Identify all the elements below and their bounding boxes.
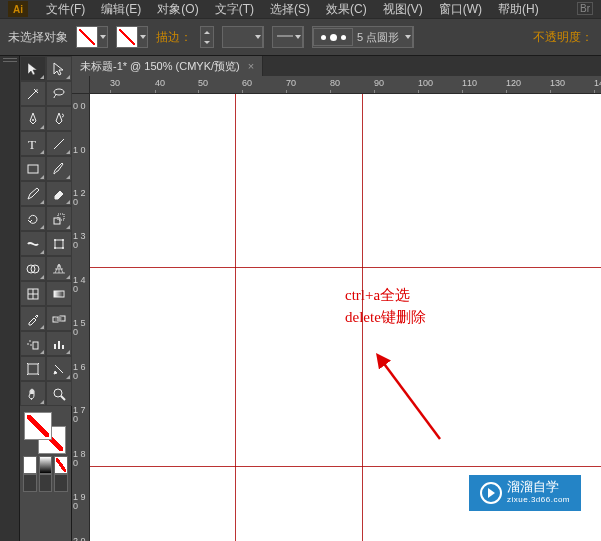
svg-rect-17 xyxy=(54,291,64,297)
fill-stroke-box[interactable] xyxy=(20,408,71,456)
artboard-tool[interactable] xyxy=(20,356,46,381)
vertical-ruler[interactable]: 0 01 01 2 01 3 01 4 01 5 01 6 01 7 01 8 … xyxy=(72,94,90,541)
svg-line-5 xyxy=(54,139,64,149)
brush-combo[interactable]: 5 点圆形 xyxy=(312,26,414,48)
document-tabbar: 未标题-1* @ 150% (CMYK/预览) × xyxy=(72,56,601,76)
dock-grip[interactable] xyxy=(0,56,19,64)
width-tool[interactable] xyxy=(20,231,46,256)
horizontal-ruler[interactable]: 30405060708090100110120130140 xyxy=(90,76,601,94)
menu-edit[interactable]: 编辑(E) xyxy=(95,0,147,20)
solid-color-button[interactable] xyxy=(23,456,37,474)
svg-point-10 xyxy=(54,239,56,241)
stroke-label: 描边： xyxy=(156,29,192,46)
color-mode-row xyxy=(20,456,71,474)
menu-effect[interactable]: 效果(C) xyxy=(320,0,373,20)
type-tool[interactable]: T xyxy=(20,131,46,156)
left-dock[interactable] xyxy=(0,56,20,541)
draw-behind[interactable] xyxy=(39,474,53,492)
ruler-tick: 80 xyxy=(330,78,340,88)
scale-tool[interactable] xyxy=(46,206,72,231)
tool-grid: T xyxy=(20,56,71,406)
stroke-dropdown[interactable] xyxy=(138,26,148,48)
guide-horizontal[interactable] xyxy=(90,267,601,268)
annotation-text: ctrl+a全选 delete键删除 xyxy=(345,284,426,328)
magic-wand-tool[interactable] xyxy=(20,81,46,106)
ruler-tick: 1 2 0 xyxy=(73,189,89,207)
direct-selection-tool[interactable] xyxy=(46,56,72,81)
bridge-badge[interactable]: Br xyxy=(577,2,593,15)
gradient-button[interactable] xyxy=(39,456,53,474)
svg-point-23 xyxy=(27,343,29,345)
column-graph-tool[interactable] xyxy=(46,331,72,356)
blend-tool[interactable] xyxy=(46,306,72,331)
ruler-tick: 90 xyxy=(374,78,384,88)
ruler-tick: 70 xyxy=(286,78,296,88)
svg-point-1 xyxy=(36,89,38,91)
ruler-tick: 1 4 0 xyxy=(73,276,89,294)
shape-builder-tool[interactable] xyxy=(20,256,46,281)
fill-swatch[interactable] xyxy=(76,26,98,48)
menu-select[interactable]: 选择(S) xyxy=(264,0,316,20)
lasso-tool[interactable] xyxy=(46,81,72,106)
ruler-tick: 1 0 xyxy=(73,146,86,155)
menu-view[interactable]: 视图(V) xyxy=(377,0,429,20)
paintbrush-tool[interactable] xyxy=(46,156,72,181)
ruler-tick: 1 7 0 xyxy=(73,406,89,424)
guide-horizontal[interactable] xyxy=(90,466,601,467)
document-tab[interactable]: 未标题-1* @ 150% (CMYK/预览) × xyxy=(72,56,263,76)
hand-tool[interactable] xyxy=(20,381,46,406)
none-color-button[interactable] xyxy=(54,456,68,474)
guide-vertical[interactable] xyxy=(362,94,363,541)
gradient-tool[interactable] xyxy=(46,281,72,306)
menu-type[interactable]: 文字(T) xyxy=(209,0,260,20)
symbol-sprayer-tool[interactable] xyxy=(20,331,46,356)
pen-tool[interactable] xyxy=(20,106,46,131)
selection-tool[interactable] xyxy=(20,56,46,81)
zoom-tool[interactable] xyxy=(46,381,72,406)
stroke-style-combo[interactable] xyxy=(272,26,304,48)
svg-point-13 xyxy=(62,247,64,249)
fill-dropdown[interactable] xyxy=(98,26,108,48)
ruler-tick: 40 xyxy=(155,78,165,88)
document-area: 未标题-1* @ 150% (CMYK/预览) × 30405060708090… xyxy=(72,56,601,541)
menu-help[interactable]: 帮助(H) xyxy=(492,0,545,20)
svg-rect-21 xyxy=(33,342,38,349)
canvas[interactable]: ctrl+a全选 delete键删除 溜溜自学 zixue.3d66.com xyxy=(90,94,601,541)
ruler-tick: 1 9 0 xyxy=(73,493,89,511)
svg-text:T: T xyxy=(28,137,36,152)
svg-point-29 xyxy=(54,389,62,397)
stroke-weight-combo[interactable] xyxy=(222,26,264,48)
close-tab-icon[interactable]: × xyxy=(248,60,254,72)
curvature-tool[interactable] xyxy=(46,106,72,131)
slice-tool[interactable] xyxy=(46,356,72,381)
mesh-tool[interactable] xyxy=(20,281,46,306)
eyedropper-tool[interactable] xyxy=(20,306,46,331)
draw-inside[interactable] xyxy=(54,474,68,492)
free-transform-tool[interactable] xyxy=(46,231,72,256)
line-tool[interactable] xyxy=(46,131,72,156)
eraser-tool[interactable] xyxy=(46,181,72,206)
stroke-weight-stepper[interactable] xyxy=(200,26,214,48)
svg-rect-28 xyxy=(28,364,38,374)
screen-mode-row xyxy=(20,474,71,492)
draw-normal[interactable] xyxy=(23,474,37,492)
editor: 30405060708090100110120130140 0 01 01 2 … xyxy=(72,76,601,541)
stroke-swatch[interactable] xyxy=(116,26,138,48)
perspective-grid-tool[interactable] xyxy=(46,256,72,281)
ruler-tick: 140 xyxy=(594,78,601,88)
svg-point-12 xyxy=(54,247,56,249)
opacity-label: 不透明度： xyxy=(533,29,593,46)
rotate-tool[interactable] xyxy=(20,206,46,231)
ruler-tick: 1 6 0 xyxy=(73,363,89,381)
pencil-tool[interactable] xyxy=(20,181,46,206)
menu-object[interactable]: 对象(O) xyxy=(151,0,204,20)
menu-file[interactable]: 文件(F) xyxy=(40,0,91,20)
ruler-tick: 130 xyxy=(550,78,565,88)
guide-vertical[interactable] xyxy=(235,94,236,541)
rectangle-tool[interactable] xyxy=(20,156,46,181)
fill-color[interactable] xyxy=(24,412,52,440)
brush-preview xyxy=(313,28,353,46)
menu-window[interactable]: 窗口(W) xyxy=(433,0,488,20)
ruler-tick: 0 0 xyxy=(73,102,86,111)
ruler-tick: 2 0 0 xyxy=(73,537,89,541)
